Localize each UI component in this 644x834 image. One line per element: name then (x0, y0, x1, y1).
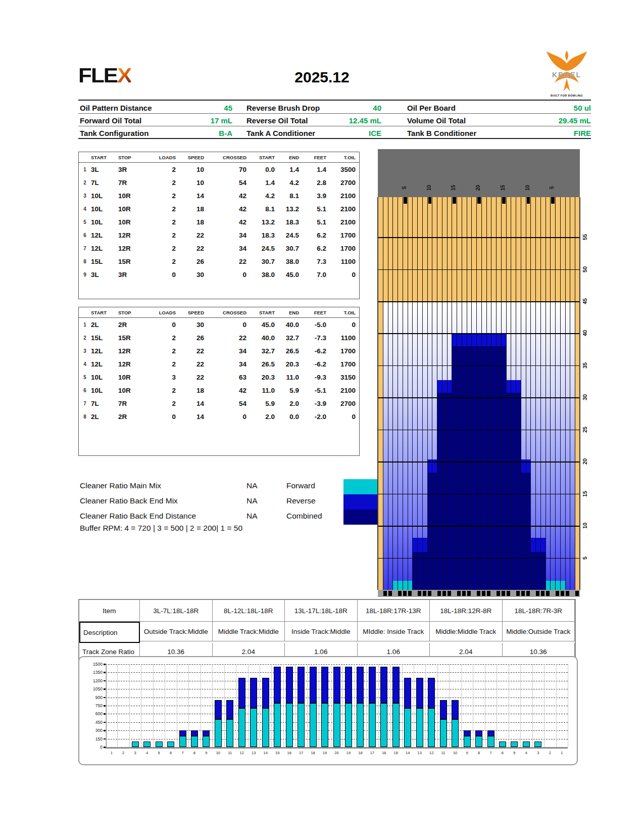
pass-cell: 22 (206, 334, 249, 342)
column-header: END (277, 310, 301, 315)
x-axis-tick-label: 1 (106, 751, 117, 755)
info-value: FIRE (574, 129, 591, 137)
pass-cell: 42 (206, 218, 249, 226)
oil-zone-reverse (482, 333, 486, 346)
gutter-line (377, 197, 378, 590)
foul-bar-dot (507, 591, 510, 596)
x-axis-tick-label: 12 (425, 751, 437, 755)
info-row: Tank ConfigurationB-ATank A ConditionerI… (78, 127, 591, 139)
pass-cell: 18.3 (277, 218, 301, 226)
info-value: 40 (373, 104, 381, 112)
foul-bar-dot (388, 591, 392, 596)
y-axis-tick-label: 1350 (85, 670, 103, 675)
x-axis-tick-label: 7 (485, 751, 497, 755)
bar-forward-segment (440, 719, 447, 747)
lane-oil-graph: 510152015105 (378, 149, 580, 597)
oil-zone-combined (437, 393, 442, 590)
info-pair: Reverse Oil Total12.45 mL (232, 114, 381, 126)
pass-cell: 30 (178, 271, 206, 279)
x-axis-tick-label: 4 (520, 751, 532, 755)
foul-bar-dot (403, 591, 407, 596)
pass-cell: 10L (91, 205, 118, 213)
lane-board (481, 197, 486, 590)
chart-vertical-gridline (568, 664, 568, 747)
distance-label: 55 (581, 229, 589, 245)
lane-board (471, 197, 476, 590)
oil-zone-reverse (497, 333, 501, 346)
legend-label: Reverse (286, 496, 316, 505)
pass-cell: 8.1 (249, 205, 277, 213)
chart-vertical-gridline (331, 664, 331, 747)
chart-vertical-gridline (271, 664, 272, 747)
oil-zone-reverse (442, 380, 447, 393)
x-axis-tick-label: 20 (331, 751, 342, 755)
pass-cell: 40.0 (249, 334, 277, 342)
lane-board (437, 197, 442, 590)
x-axis-tick-label: 7 (177, 751, 188, 755)
foul-bar-dot (408, 591, 412, 596)
bar-reverse-segment (238, 678, 245, 708)
pass-table-row: 510L10R2184213.218.35.12100 (79, 215, 359, 228)
bar-reverse-segment (310, 667, 317, 703)
oil-zone-combined (477, 346, 481, 590)
oil-zone-combined (432, 473, 437, 590)
bar-forward-segment (499, 742, 506, 747)
column-header: T.OIL (328, 310, 358, 315)
oil-zone-combined (482, 346, 486, 590)
distance-gridline (378, 237, 580, 238)
foul-bar-dot (448, 591, 451, 596)
chart-vertical-gridline (402, 664, 403, 747)
track-zone-cell: Middle:Outside Track (503, 622, 575, 641)
oil-zone-reverse (536, 538, 540, 552)
chart-vertical-gridline (461, 664, 462, 747)
pass-table-row: 412L12R2223426.520.3-6.21700 (79, 357, 359, 370)
oil-zone-reverse (511, 380, 516, 393)
row-number: 6 (79, 388, 91, 393)
foul-bar-dot (457, 591, 461, 596)
info-label: Reverse Brush Drop (246, 104, 320, 112)
pass-cell: 12R (118, 231, 153, 239)
chart-vertical-gridline (437, 664, 438, 747)
bar-forward-segment (523, 742, 530, 747)
pass-cell: 1700 (328, 360, 358, 368)
distance-label: 50 (581, 262, 589, 277)
bar-forward-segment (404, 708, 411, 747)
pass-cell: 7.0 (301, 271, 328, 279)
pass-cell: 2 (153, 218, 178, 226)
column-header: SPEED (178, 310, 206, 315)
bar-reverse-segment (357, 667, 364, 703)
track-zone-cell: 18L-18R:17R-13R (358, 600, 430, 622)
bar-forward-segment (345, 703, 352, 747)
lane-board (486, 197, 491, 590)
bar-reverse-segment (428, 678, 435, 708)
chart-vertical-gridline (378, 664, 379, 747)
y-axis-tick-label: 300 (85, 728, 103, 733)
pass-cell: 0 (328, 413, 358, 421)
lane-board (516, 197, 521, 590)
bar-reverse-segment (452, 700, 459, 719)
pass-cell: 0 (206, 321, 249, 329)
pass-cell: 10R (118, 205, 153, 213)
pass-cell: 2L (91, 413, 118, 421)
board-number-label: 10 (525, 178, 530, 197)
board-oil-bar-chart: 0150300450600750900105012001350150012345… (78, 656, 578, 765)
row-number: 2 (79, 335, 91, 341)
x-axis-tick-label: 19 (342, 751, 354, 755)
pass-cell: 34 (206, 347, 249, 355)
info-pair: Tank A ConditionerICE (232, 127, 381, 139)
cleaner-label: Cleaner Ratio Main Mix (80, 481, 161, 490)
lane-board (388, 197, 393, 590)
x-axis-tick-label: 13 (248, 751, 260, 755)
pass-cell: 15R (118, 258, 153, 265)
column-header: FEET (301, 310, 328, 315)
chart-vertical-gridline (106, 664, 106, 747)
track-zone-row: Item3L-7L:18L-18R8L-12L:18L-18R13L-17L:1… (79, 600, 575, 622)
buffer-rpm-text: Buffer RPM: 4 = 720 | 3 = 500 | 2 = 200|… (80, 524, 242, 533)
pass-cell: 22 (178, 245, 206, 252)
info-label: Oil Pattern Distance (80, 104, 152, 112)
pass-cell: 15L (91, 334, 118, 342)
lane-board (560, 197, 565, 590)
x-axis-tick-label: 2 (544, 751, 556, 755)
lane-board (511, 197, 516, 590)
pass-cell: 32.7 (249, 347, 277, 355)
